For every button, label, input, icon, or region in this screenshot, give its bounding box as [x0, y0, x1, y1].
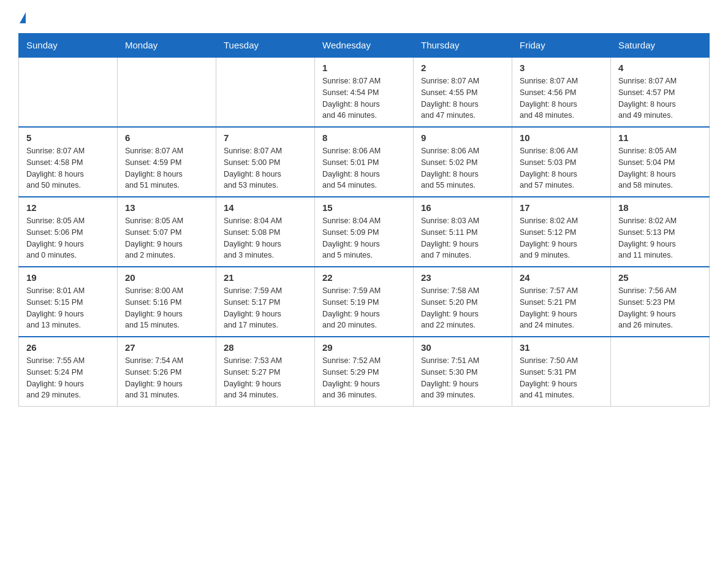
day-number: 12: [26, 202, 110, 213]
day-info: Sunrise: 8:07 AM Sunset: 5:00 PM Dayligh…: [224, 145, 307, 191]
day-number: 6: [125, 132, 208, 143]
calendar-week-row: 26Sunrise: 7:55 AM Sunset: 5:24 PM Dayli…: [19, 337, 710, 407]
day-info: Sunrise: 8:07 AM Sunset: 4:57 PM Dayligh…: [618, 75, 702, 121]
calendar-day-22: 22Sunrise: 7:59 AM Sunset: 5:19 PM Dayli…: [315, 267, 414, 337]
day-number: 17: [520, 202, 603, 213]
day-number: 23: [421, 272, 504, 283]
day-info: Sunrise: 8:02 AM Sunset: 5:13 PM Dayligh…: [618, 215, 702, 261]
day-info: Sunrise: 7:55 AM Sunset: 5:24 PM Dayligh…: [26, 355, 110, 401]
calendar-day-30: 30Sunrise: 7:51 AM Sunset: 5:30 PM Dayli…: [414, 337, 512, 407]
day-number: 27: [125, 342, 208, 353]
calendar-week-row: 1Sunrise: 8:07 AM Sunset: 4:54 PM Daylig…: [19, 57, 710, 127]
day-number: 21: [224, 272, 307, 283]
calendar-header-sunday: Sunday: [19, 34, 118, 58]
calendar-day-20: 20Sunrise: 8:00 AM Sunset: 5:16 PM Dayli…: [118, 267, 216, 337]
calendar-week-row: 5Sunrise: 8:07 AM Sunset: 4:58 PM Daylig…: [19, 127, 710, 197]
day-info: Sunrise: 8:07 AM Sunset: 4:56 PM Dayligh…: [520, 75, 603, 121]
calendar-day-5: 5Sunrise: 8:07 AM Sunset: 4:58 PM Daylig…: [19, 127, 118, 197]
day-number: 11: [618, 132, 702, 143]
day-number: 22: [322, 272, 406, 283]
calendar-week-row: 19Sunrise: 8:01 AM Sunset: 5:15 PM Dayli…: [19, 267, 710, 337]
calendar-day-21: 21Sunrise: 7:59 AM Sunset: 5:17 PM Dayli…: [216, 267, 315, 337]
day-info: Sunrise: 8:04 AM Sunset: 5:08 PM Dayligh…: [224, 215, 307, 261]
day-info: Sunrise: 7:50 AM Sunset: 5:31 PM Dayligh…: [520, 355, 603, 401]
day-info: Sunrise: 7:59 AM Sunset: 5:19 PM Dayligh…: [322, 285, 406, 331]
calendar-day-7: 7Sunrise: 8:07 AM Sunset: 5:00 PM Daylig…: [216, 127, 315, 197]
calendar-header-row: SundayMondayTuesdayWednesdayThursdayFrid…: [19, 34, 710, 58]
day-info: Sunrise: 8:00 AM Sunset: 5:16 PM Dayligh…: [125, 285, 208, 331]
day-info: Sunrise: 8:02 AM Sunset: 5:12 PM Dayligh…: [520, 215, 603, 261]
day-info: Sunrise: 7:58 AM Sunset: 5:20 PM Dayligh…: [421, 285, 504, 331]
calendar-header-tuesday: Tuesday: [216, 34, 315, 58]
day-number: 10: [520, 132, 603, 143]
day-info: Sunrise: 7:54 AM Sunset: 5:26 PM Dayligh…: [125, 355, 208, 401]
day-number: 7: [224, 132, 307, 143]
day-info: Sunrise: 7:56 AM Sunset: 5:23 PM Dayligh…: [618, 285, 702, 331]
calendar-day-9: 9Sunrise: 8:06 AM Sunset: 5:02 PM Daylig…: [414, 127, 512, 197]
day-info: Sunrise: 7:52 AM Sunset: 5:29 PM Dayligh…: [322, 355, 406, 401]
day-number: 5: [26, 132, 110, 143]
day-number: 19: [26, 272, 110, 283]
day-number: 14: [224, 202, 307, 213]
day-info: Sunrise: 8:07 AM Sunset: 4:54 PM Dayligh…: [322, 75, 406, 121]
day-number: 9: [421, 132, 504, 143]
day-info: Sunrise: 7:51 AM Sunset: 5:30 PM Dayligh…: [421, 355, 504, 401]
logo-triangle-icon: [20, 12, 26, 23]
day-number: 13: [125, 202, 208, 213]
day-info: Sunrise: 7:53 AM Sunset: 5:27 PM Dayligh…: [224, 355, 307, 401]
calendar-day-1: 1Sunrise: 8:07 AM Sunset: 4:54 PM Daylig…: [315, 57, 414, 127]
day-info: Sunrise: 8:04 AM Sunset: 5:09 PM Dayligh…: [322, 215, 406, 261]
calendar-empty-cell: [118, 57, 216, 127]
day-info: Sunrise: 8:05 AM Sunset: 5:04 PM Dayligh…: [618, 145, 702, 191]
calendar-empty-cell: [216, 57, 315, 127]
day-number: 4: [618, 63, 702, 73]
calendar-day-6: 6Sunrise: 8:07 AM Sunset: 4:59 PM Daylig…: [118, 127, 216, 197]
day-info: Sunrise: 8:03 AM Sunset: 5:11 PM Dayligh…: [421, 215, 504, 261]
calendar-day-13: 13Sunrise: 8:05 AM Sunset: 5:07 PM Dayli…: [118, 197, 216, 267]
day-info: Sunrise: 8:06 AM Sunset: 5:03 PM Dayligh…: [520, 145, 603, 191]
day-number: 8: [322, 132, 406, 143]
day-info: Sunrise: 8:06 AM Sunset: 5:01 PM Dayligh…: [322, 145, 406, 191]
day-info: Sunrise: 8:07 AM Sunset: 4:59 PM Dayligh…: [125, 145, 208, 191]
calendar-day-25: 25Sunrise: 7:56 AM Sunset: 5:23 PM Dayli…: [611, 267, 710, 337]
logo: [18, 12, 26, 27]
day-info: Sunrise: 7:57 AM Sunset: 5:21 PM Dayligh…: [520, 285, 603, 331]
calendar-empty-cell: [19, 57, 118, 127]
calendar-day-10: 10Sunrise: 8:06 AM Sunset: 5:03 PM Dayli…: [512, 127, 611, 197]
calendar-day-28: 28Sunrise: 7:53 AM Sunset: 5:27 PM Dayli…: [216, 337, 315, 407]
calendar-table: SundayMondayTuesdayWednesdayThursdayFrid…: [18, 33, 710, 407]
day-info: Sunrise: 8:07 AM Sunset: 4:55 PM Dayligh…: [421, 75, 504, 121]
calendar-header-friday: Friday: [512, 34, 611, 58]
calendar-day-12: 12Sunrise: 8:05 AM Sunset: 5:06 PM Dayli…: [19, 197, 118, 267]
calendar-empty-cell: [611, 337, 710, 407]
day-number: 20: [125, 272, 208, 283]
day-info: Sunrise: 8:05 AM Sunset: 5:07 PM Dayligh…: [125, 215, 208, 261]
day-number: 16: [421, 202, 504, 213]
day-number: 18: [618, 202, 702, 213]
calendar-day-18: 18Sunrise: 8:02 AM Sunset: 5:13 PM Dayli…: [611, 197, 710, 267]
calendar-day-3: 3Sunrise: 8:07 AM Sunset: 4:56 PM Daylig…: [512, 57, 611, 127]
calendar-header-thursday: Thursday: [414, 34, 512, 58]
day-number: 29: [322, 342, 406, 353]
calendar-day-8: 8Sunrise: 8:06 AM Sunset: 5:01 PM Daylig…: [315, 127, 414, 197]
calendar-day-24: 24Sunrise: 7:57 AM Sunset: 5:21 PM Dayli…: [512, 267, 611, 337]
day-number: 25: [618, 272, 702, 283]
day-number: 31: [520, 342, 603, 353]
calendar-day-26: 26Sunrise: 7:55 AM Sunset: 5:24 PM Dayli…: [19, 337, 118, 407]
calendar-day-31: 31Sunrise: 7:50 AM Sunset: 5:31 PM Dayli…: [512, 337, 611, 407]
calendar-day-27: 27Sunrise: 7:54 AM Sunset: 5:26 PM Dayli…: [118, 337, 216, 407]
day-number: 15: [322, 202, 406, 213]
calendar-day-4: 4Sunrise: 8:07 AM Sunset: 4:57 PM Daylig…: [611, 57, 710, 127]
day-number: 30: [421, 342, 504, 353]
day-number: 2: [421, 63, 504, 73]
page-header: [18, 12, 710, 27]
calendar-header-monday: Monday: [118, 34, 216, 58]
day-number: 1: [322, 63, 406, 73]
day-info: Sunrise: 8:05 AM Sunset: 5:06 PM Dayligh…: [26, 215, 110, 261]
day-info: Sunrise: 8:06 AM Sunset: 5:02 PM Dayligh…: [421, 145, 504, 191]
calendar-day-23: 23Sunrise: 7:58 AM Sunset: 5:20 PM Dayli…: [414, 267, 512, 337]
calendar-week-row: 12Sunrise: 8:05 AM Sunset: 5:06 PM Dayli…: [19, 197, 710, 267]
calendar-day-14: 14Sunrise: 8:04 AM Sunset: 5:08 PM Dayli…: [216, 197, 315, 267]
day-info: Sunrise: 8:01 AM Sunset: 5:15 PM Dayligh…: [26, 285, 110, 331]
calendar-day-15: 15Sunrise: 8:04 AM Sunset: 5:09 PM Dayli…: [315, 197, 414, 267]
